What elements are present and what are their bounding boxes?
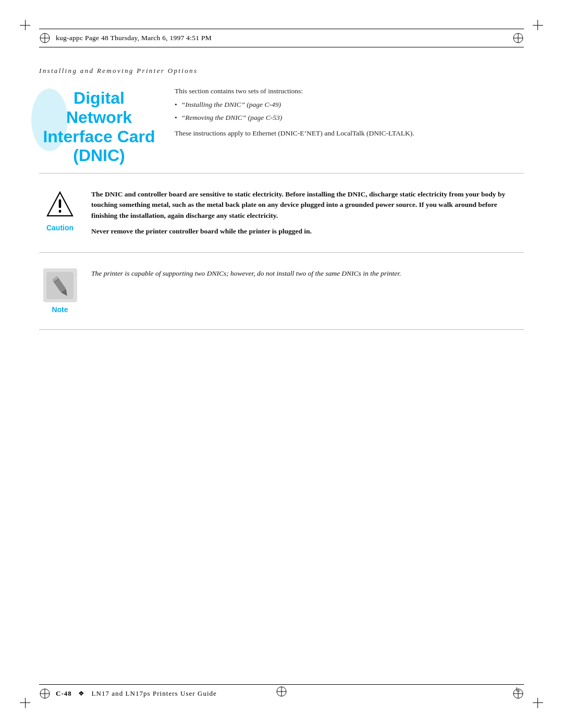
bullet-1: “Installing the DNIC” (page C-49) <box>175 100 524 110</box>
content-area: Digital Network Interface Card (DNIC) Th… <box>39 86 524 338</box>
main-title: Digital Network Interface Card (DNIC) <box>39 89 159 165</box>
note-text: The printer is capable of supporting two… <box>91 268 524 279</box>
note-icon-area: Note <box>39 268 81 314</box>
warning-triangle-icon <box>44 189 76 220</box>
footer-diamond: ❖ <box>78 689 85 697</box>
header-text: kug-appc Page 48 Thursday, March 6, 1997… <box>56 34 212 42</box>
note-section: Note The printer is capable of supportin… <box>39 261 524 322</box>
intro-section: Digital Network Interface Card (DNIC) Th… <box>39 86 524 165</box>
intro-lead: This section contains two sets of instru… <box>175 86 524 96</box>
divider-3 <box>39 329 524 330</box>
section-label: Installing and Removing Printer Options <box>39 67 198 75</box>
divider-1 <box>39 173 524 174</box>
caution-icon-area: Caution <box>39 189 81 232</box>
bullet-2: “Removing the DNIC” (page C-53) <box>175 113 524 123</box>
caution-section: Caution The DNIC and controller board ar… <box>39 181 524 244</box>
caution-label: Caution <box>46 224 74 232</box>
intro-column: This section contains two sets of instru… <box>175 86 524 165</box>
intro-follow: These instructions apply to Ethernet (DN… <box>175 128 524 139</box>
svg-rect-8 <box>59 210 62 213</box>
title-column: Digital Network Interface Card (DNIC) <box>39 86 159 165</box>
caution-text-2: Never remove the printer controller boar… <box>91 226 524 237</box>
reg-mark-bottom-center <box>276 686 287 699</box>
pencil-icon <box>46 272 74 299</box>
footer-text: C-48 ❖ LN17 and LN17ps Printers User Gui… <box>56 689 217 698</box>
reg-mark-header-right <box>512 32 524 44</box>
corner-mark-br <box>528 693 543 708</box>
page: kug-appc Page 48 Thursday, March 6, 1997… <box>0 0 563 728</box>
header: kug-appc Page 48 Thursday, March 6, 1997… <box>39 29 524 47</box>
corner-mark-bl <box>20 693 35 708</box>
footer-guide-title: LN17 and LN17ps Printers User Guide <box>92 689 217 697</box>
footer-page-ref: C-48 <box>56 689 72 697</box>
caution-body: The DNIC and controller board are sensit… <box>91 189 524 237</box>
intro-bullets: “Installing the DNIC” (page C-49) “Remov… <box>175 100 524 123</box>
divider-2 <box>39 252 524 253</box>
note-label: Note <box>52 305 68 314</box>
svg-rect-7 <box>59 200 62 208</box>
reg-mark-header-left <box>39 32 51 44</box>
corner-mark-tr <box>528 20 543 35</box>
caution-text-1: The DNIC and controller board are sensit… <box>91 189 524 221</box>
note-icon-box <box>43 268 77 302</box>
corner-mark-tl <box>20 20 35 35</box>
reg-mark-footer-left <box>39 688 51 699</box>
note-body: The printer is capable of supporting two… <box>91 268 524 279</box>
bottom-right-indicator <box>512 686 521 698</box>
